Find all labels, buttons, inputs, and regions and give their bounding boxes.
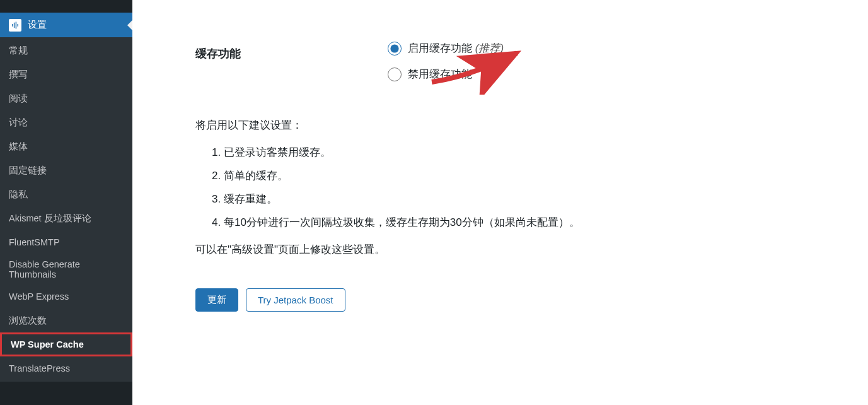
sidebar-sub-privacy[interactable]: 隐私 (0, 182, 132, 206)
sidebar-sub-wp-super-cache[interactable]: WP Super Cache (0, 332, 132, 356)
sidebar-item-settings[interactable]: 设置 (0, 13, 132, 37)
sidebar-sub-permalinks[interactable]: 固定链接 (0, 158, 132, 182)
main-content: 缓存功能 启用缓存功能 (推荐) 禁用缓存功能 将启用以下建议设置： 已登录访客… (132, 0, 868, 405)
recommended-settings-list: 已登录访客禁用缓存。 简单的缓存。 缓存重建。 每10分钟进行一次间隔垃圾收集，… (212, 145, 843, 230)
sidebar-sub-akismet[interactable]: Akismet 反垃圾评论 (0, 206, 132, 230)
radio-disable-row[interactable]: 禁用缓存功能 (353, 67, 843, 81)
list-item: 缓存重建。 (212, 192, 843, 206)
cache-radio-group: 启用缓存功能 (推荐) 禁用缓存功能 (353, 41, 843, 93)
sidebar-spacer (0, 0, 132, 13)
radio-disable-label: 禁用缓存功能 (408, 67, 472, 81)
sidebar-sub-reading[interactable]: 阅读 (0, 86, 132, 110)
sidebar-sub-writing[interactable]: 撰写 (0, 62, 132, 86)
sidebar-sub-disable-thumbnails[interactable]: Disable Generate Thumbnails (0, 254, 132, 285)
try-jetpack-boost-button[interactable]: Try Jetpack Boost (246, 288, 345, 312)
radio-enable-row[interactable]: 启用缓存功能 (推荐) (353, 41, 843, 56)
list-item: 每10分钟进行一次间隔垃圾收集，缓存生存期为30分钟（如果尚未配置）。 (212, 215, 843, 230)
advanced-settings-note: 可以在"高级设置"页面上修改这些设置。 (195, 242, 843, 257)
sidebar-submenu: 常规 撰写 阅读 讨论 媒体 固定链接 隐私 Akismet 反垃圾评论 Flu… (0, 37, 132, 382)
sidebar-sub-general[interactable]: 常规 (0, 38, 132, 62)
recommended-heading: 将启用以下建议设置： (195, 118, 843, 132)
list-item: 简单的缓存。 (212, 168, 843, 183)
sidebar-sub-views[interactable]: 浏览次数 (0, 308, 132, 332)
cache-section-label: 缓存功能 (195, 41, 353, 61)
list-item: 已登录访客禁用缓存。 (212, 145, 843, 160)
radio-enable-label: 启用缓存功能 (推荐) (408, 41, 504, 56)
admin-sidebar: 设置 常规 撰写 阅读 讨论 媒体 固定链接 隐私 Akismet 反垃圾评论 … (0, 0, 132, 405)
sidebar-sub-translatepress[interactable]: TranslatePress (0, 356, 132, 380)
action-buttons: 更新 Try Jetpack Boost (195, 288, 843, 312)
update-button[interactable]: 更新 (195, 288, 238, 312)
sidebar-item-label: 设置 (28, 19, 47, 31)
cache-toggle-row: 缓存功能 启用缓存功能 (推荐) 禁用缓存功能 (195, 41, 843, 93)
settings-icon (9, 19, 21, 32)
sidebar-sub-fluentsmtp[interactable]: FluentSMTP (0, 230, 132, 254)
sidebar-sub-webp-express[interactable]: WebP Express (0, 285, 132, 308)
sidebar-sub-media[interactable]: 媒体 (0, 134, 132, 158)
radio-disable-input[interactable] (388, 68, 402, 81)
sidebar-sub-discussion[interactable]: 讨论 (0, 110, 132, 134)
radio-enable-input[interactable] (388, 42, 402, 56)
